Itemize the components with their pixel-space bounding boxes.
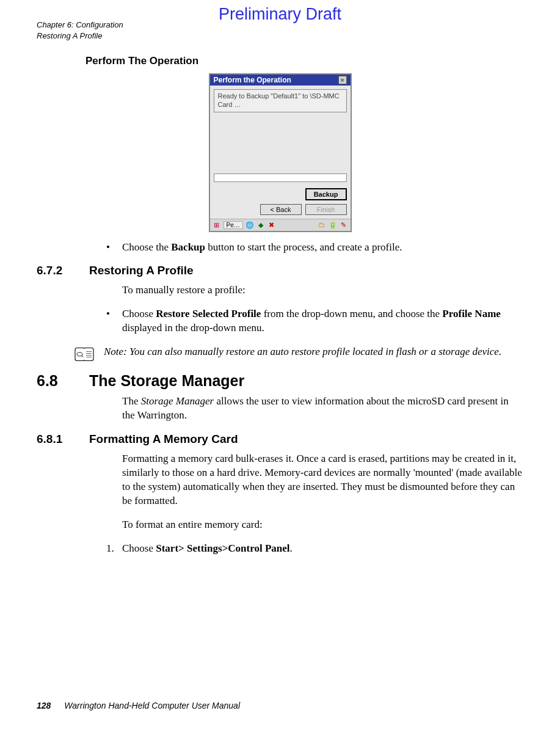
note-text: Note: You can also manually restore an a… <box>104 345 501 359</box>
text-bold: Backup <box>171 241 205 253</box>
backup-button[interactable]: Backup <box>305 188 347 200</box>
text-italic: Storage Manager <box>141 395 214 407</box>
section-number: 6.7.2 <box>37 264 72 277</box>
dialog-message: Ready to Backup "Default1" to \SD-MMC Ca… <box>214 89 347 112</box>
progress-bar <box>214 173 347 182</box>
para-formatting-1: Formatting a memory card bulk-erases it.… <box>122 452 523 508</box>
manual-title: Warrington Hand-Held Computer User Manua… <box>64 701 240 710</box>
para-formatting-2: To format an entire memory card: <box>122 518 523 532</box>
page-number: 128 <box>37 701 51 710</box>
text-bold: Restore Selected Profile <box>156 308 261 319</box>
tray-shield-icon[interactable]: ◆ <box>256 221 265 229</box>
text-bold: Start> Settings>Control Panel <box>156 542 289 554</box>
dialog-perform-operation: Perform the Operation × Ready to Backup … <box>209 73 352 232</box>
start-icon[interactable]: ⊞ <box>213 221 221 229</box>
section-number: 6.8.1 <box>37 433 72 446</box>
step-1: 1. Choose Start> Settings>Control Panel. <box>122 542 523 556</box>
text: . <box>290 542 293 554</box>
finish-button: Finish <box>305 204 347 215</box>
heading-perform-operation: Perform The Operation <box>85 55 523 67</box>
section-number: 6.8 <box>37 372 72 390</box>
dialog-titlebar: Perform the Operation × <box>210 75 351 86</box>
section-68: 6.8 The Storage Manager <box>37 372 523 390</box>
screenshot-container: Perform the Operation × Ready to Backup … <box>37 73 523 232</box>
dialog-body: Ready to Backup "Default1" to \SD-MMC Ca… <box>210 86 351 219</box>
taskbar-app-button[interactable]: Pe… <box>224 221 243 229</box>
section-title: Formatting A Memory Card <box>89 433 238 446</box>
header-chapter: Chapter 6: Configuration <box>37 20 123 31</box>
para-storage-manager: The Storage Manager allows the user to v… <box>122 395 523 423</box>
tray-folder-icon[interactable]: 🗀 <box>318 221 326 229</box>
text: displayed in the drop-down menu. <box>122 322 264 334</box>
text: Choose <box>122 308 156 319</box>
text: Choose the <box>122 241 171 253</box>
section-title: Restoring A Profile <box>89 264 194 277</box>
tray-battery-icon[interactable]: 🔋 <box>329 221 337 229</box>
text: Choose <box>122 542 156 554</box>
header-section: Restoring A Profile <box>37 31 123 42</box>
section-672: 6.7.2 Restoring A Profile <box>37 264 523 277</box>
tray-alert-icon[interactable]: ✖ <box>267 221 276 229</box>
step-number: 1. <box>106 542 114 556</box>
dialog-title-text: Perform the Operation <box>214 76 291 84</box>
para-restore-intro: To manually restore a profile: <box>122 283 523 297</box>
text: button to start the process, and create … <box>205 241 402 253</box>
section-title: The Storage Manager <box>89 372 244 390</box>
bullet-choose-backup: Choose the Backup button to start the pr… <box>122 241 523 255</box>
note-block: Note: You can also manually restore an a… <box>73 345 523 362</box>
tray-edit-icon[interactable]: ✎ <box>340 221 348 229</box>
bullet-restore-profile: Choose Restore Selected Profile from the… <box>122 307 523 335</box>
note-icon <box>73 346 95 362</box>
page-footer: 128 Warrington Hand-Held Computer User M… <box>37 701 240 710</box>
text: from the drop-down menu, and choose the <box>261 308 442 319</box>
text-bold: Profile Name <box>442 308 501 319</box>
text: The <box>122 395 141 407</box>
tray-globe-icon[interactable]: 🌐 <box>245 221 254 229</box>
back-button[interactable]: < Back <box>260 204 302 215</box>
close-icon[interactable]: × <box>338 76 347 84</box>
page-header: Chapter 6: Configuration Restoring A Pro… <box>37 20 123 41</box>
section-681: 6.8.1 Formatting A Memory Card <box>37 433 523 446</box>
taskbar: ⊞ Pe… 🌐 ◆ ✖ 🗀 🔋 ✎ <box>210 219 351 231</box>
